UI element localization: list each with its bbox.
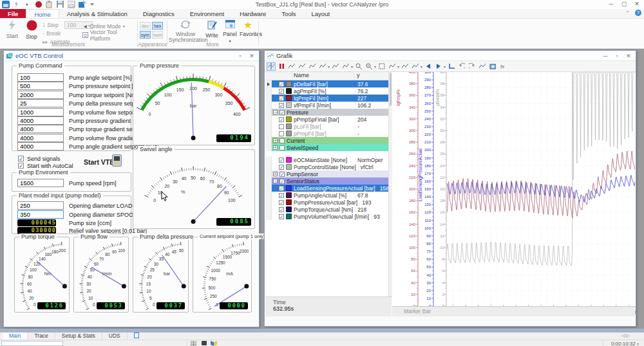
ribbon-tab-layout[interactable]: Layout <box>304 9 338 18</box>
grafik-maximize-button[interactable]: ▫ <box>612 53 621 59</box>
signal-checkbox[interactable]: ✓ <box>279 103 284 108</box>
signal-checkbox[interactable]: ✓ <box>279 96 284 101</box>
field-input[interactable] <box>17 210 64 219</box>
collapse-icon[interactable]: − <box>273 110 278 114</box>
field-input[interactable] <box>17 82 64 90</box>
workspace-tab-trace[interactable]: Trace <box>28 332 55 340</box>
group-checkbox[interactable] <box>279 145 285 150</box>
legend-group-row[interactable]: +SwivelSpeed <box>266 144 388 151</box>
start-autocal-checkbox[interactable]: ✓ <box>18 163 24 168</box>
legend-group-row[interactable]: +Current <box>266 137 388 144</box>
ribbon-tab-hardware[interactable]: Hardware <box>232 9 274 18</box>
signal-checkbox[interactable]: ✓ <box>279 165 284 170</box>
dropdown-caret-icon[interactable]: ▾ <box>397 64 399 69</box>
signal-checkbox[interactable]: ✓ <box>279 117 284 122</box>
minimize-button[interactable]: ─ <box>605 0 617 8</box>
ribbon-tab-diagnostics[interactable]: Diagnostics <box>135 9 182 18</box>
toolbar-reset-view-icon[interactable] <box>308 62 317 71</box>
legend-row[interactable]: ✓tqPmpFil [Nm]227 <box>266 95 388 102</box>
tab-pager[interactable]: ◁ ▷ <box>621 333 630 338</box>
toggle-num[interactable]: num <box>152 31 163 39</box>
toolbar-zoom-x-icon[interactable] <box>354 62 363 71</box>
new-workspace-tab-button[interactable] <box>128 332 146 340</box>
workspace-tab-main[interactable]: Main <box>3 332 28 340</box>
workspace-tab-uds[interactable]: UDS <box>102 332 128 340</box>
ribbon-tab-environment[interactable]: Environment <box>182 9 232 18</box>
toolbar-snapshot-icon[interactable] <box>488 62 497 71</box>
app-logo[interactable] <box>2 1 10 8</box>
field-input[interactable] <box>17 134 64 142</box>
toolbar-zoom-y-icon[interactable] <box>365 62 374 71</box>
toolbar-layout-icon[interactable] <box>318 62 327 71</box>
start-vtb-button[interactable] <box>112 154 122 167</box>
dropdown-caret-icon[interactable]: ▾ <box>328 64 330 69</box>
toolbar-draw-mode-icon[interactable] <box>341 62 350 71</box>
signal-checkbox[interactable]: ✓ <box>279 82 284 87</box>
toggle-sym[interactable]: sym <box>140 31 151 39</box>
signal-checkbox[interactable]: ✓ <box>279 158 284 163</box>
toggle-hex[interactable]: hex <box>152 22 163 30</box>
group-checkbox[interactable]: ✓ <box>279 172 285 177</box>
stop-record-icon[interactable] <box>35 1 43 8</box>
field-input[interactable] <box>17 91 64 99</box>
signal-checkbox[interactable] <box>279 131 284 136</box>
ribbon-tab-home[interactable]: Home <box>26 9 59 18</box>
vtb-close-button[interactable]: ✕ <box>247 53 256 59</box>
save-icon[interactable] <box>57 1 64 8</box>
toolbar-export-icon[interactable] <box>478 62 487 71</box>
toolbar-redo-icon[interactable] <box>468 62 477 71</box>
start-measurement-icon[interactable] <box>13 1 21 8</box>
dropdown-caret-icon[interactable]: ▾ <box>351 64 353 69</box>
dropdown-caret-icon[interactable]: ▾ <box>444 64 446 69</box>
signal-checkbox[interactable]: ✓ <box>279 193 284 198</box>
grafik-title-bar[interactable]: Grafik ─ ▫ ✕ <box>265 51 636 61</box>
expand-icon[interactable]: + <box>273 145 278 150</box>
grafik-minimize-button[interactable]: ─ <box>601 53 610 59</box>
toolbar-select-area-icon[interactable] <box>388 62 397 71</box>
chart-plot-area[interactable]: 0204060801001201401601802002202402602803… <box>392 72 636 306</box>
toolbar-curve-style-icon[interactable] <box>331 62 340 71</box>
signal-checkbox[interactable]: ✓ <box>279 186 284 191</box>
group-checkbox[interactable] <box>279 138 285 143</box>
signal-checkbox[interactable]: ✓ <box>279 89 284 94</box>
legend-group-row[interactable]: −✓Pressure <box>266 109 388 116</box>
toolbar-measure-cursor-icon[interactable] <box>267 62 276 71</box>
help-icon[interactable]: ? <box>635 10 641 16</box>
legend-row[interactable]: ✓eOCMainState [None]NormOper <box>266 156 388 163</box>
vector-tool-platform-button[interactable]: QVector Tool Platform <box>82 32 137 39</box>
field-input[interactable] <box>17 116 64 125</box>
break-button[interactable]: ◦Break <box>43 30 61 37</box>
field-input[interactable] <box>17 179 64 187</box>
window-sync-button[interactable]: Window Synchronization <box>169 20 202 43</box>
field-input[interactable] <box>17 125 64 133</box>
toggle-dec[interactable]: dec <box>140 22 151 30</box>
favorites-button[interactable]: ★ Favorites <box>240 20 256 43</box>
legend-row[interactable]: ✓PumpPressureActual [bar]193 <box>266 199 388 206</box>
marker-bar[interactable]: Marker Bar <box>392 306 635 316</box>
field-input[interactable] <box>17 201 64 210</box>
expand-icon[interactable]: + <box>273 138 278 143</box>
group-checkbox[interactable]: ✓ <box>279 179 285 184</box>
legend-row[interactable]: ✓agPmpFil [%]76.2 <box>266 87 388 95</box>
legend-row[interactable]: ✓PumpControlState [None]vfCtrl <box>266 163 388 170</box>
dropdown-caret-icon[interactable]: ▾ <box>374 64 376 69</box>
legend-row[interactable]: pLoFil [bar]- <box>266 123 388 130</box>
legend-row[interactable]: ✓pDeltaFil [bar]37.6 <box>266 80 388 87</box>
case-icon[interactable] <box>202 341 207 345</box>
legend-group-row[interactable]: +✓PumpSensor <box>266 170 388 178</box>
maximize-button[interactable]: ▢ <box>618 0 630 8</box>
signal-checkbox[interactable] <box>279 124 284 129</box>
stop-button[interactable]: Stop <box>21 20 43 43</box>
dropdown-caret-icon[interactable]: ▾ <box>421 64 422 69</box>
write-button[interactable]: Write <box>204 20 220 43</box>
collapse-icon[interactable]: − <box>273 179 278 183</box>
measurement-clock[interactable]: 0:00:10:32 ▾ <box>611 341 639 346</box>
send-signals-checkbox[interactable]: ✓ <box>18 156 24 161</box>
toolbar-fx-icon[interactable]: fx <box>498 62 507 71</box>
ribbon-tab-tools[interactable]: Tools <box>274 9 303 18</box>
collapse-ribbon-icon[interactable]: ⌃ <box>625 10 630 16</box>
legend-group-row[interactable]: −✓SensorStatus <box>266 178 388 185</box>
vtb-maximize-button[interactable]: ▫ <box>236 53 245 59</box>
status-input[interactable] <box>1 341 63 346</box>
expand-icon[interactable]: + <box>273 172 278 176</box>
